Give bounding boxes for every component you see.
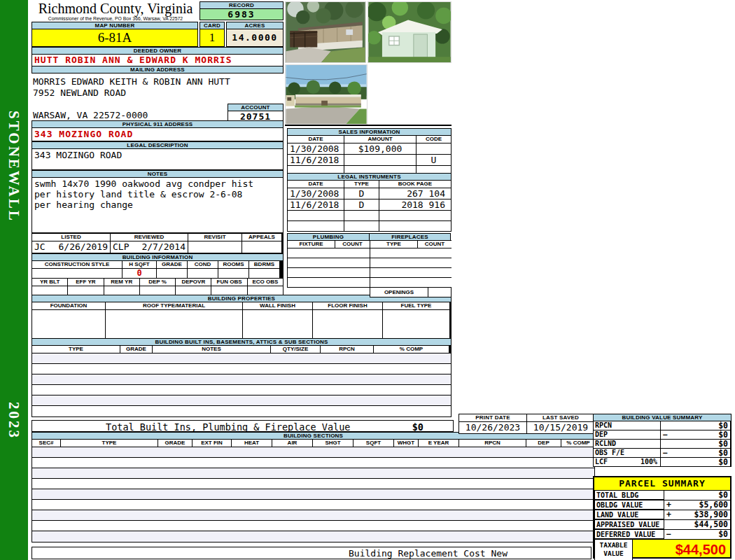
sale-code [416, 144, 451, 154]
fuel-type-header: FUEL TYPE [383, 302, 449, 309]
sec-grade-header: GRADE [158, 440, 192, 447]
grade-value [157, 269, 187, 278]
sale-date: 1/30/2008 [288, 144, 344, 154]
sales-date-header: DATE [288, 136, 344, 143]
legal-instruments-section: LEGAL INSTRUMENTS DATE TYPE BOOK PAGE 1/… [287, 173, 451, 232]
foundation-value [32, 310, 105, 338]
map-number-label: MAP NUMBER [31, 22, 198, 29]
sec-comp-header: % COMP [561, 440, 595, 447]
commissioner-line: Commissioner of the Revenue, PO Box 366,… [31, 16, 200, 21]
replacement-cost-label: Building Replacement Cost New [349, 548, 507, 559]
sec-header: SEC# [32, 440, 60, 447]
mailing-line-3: WARSAW, VA 22572-0000 [33, 110, 148, 120]
empty-row [288, 268, 370, 277]
foundation-header: FOUNDATION [32, 302, 105, 309]
empty-row [288, 221, 344, 231]
roof-header: ROOF TYPE/MATERIAL [106, 302, 242, 309]
builtins-notes-header: NOTES [153, 346, 270, 353]
parcel-value: $44,500 [664, 520, 730, 529]
property-photos [285, 1, 451, 125]
parcel-value: $5,600 [664, 500, 730, 510]
floor-finish-value [313, 310, 382, 338]
bvs-sign: − [663, 430, 668, 439]
appeals-value [242, 241, 281, 253]
ecoobs-header: ECO OBS [248, 279, 283, 286]
remyr-header: REM YR [104, 279, 139, 286]
reviewed-by: CLP [113, 241, 129, 253]
builtins-comp-header: % COMP [374, 346, 449, 353]
empty-row [32, 406, 451, 416]
hsqft-header: H SQFT [122, 261, 156, 268]
building-properties-section: BUILDING PROPERTIES FOUNDATION ROOF TYPE… [31, 295, 451, 339]
acres-label: ACRES [226, 22, 284, 29]
card-value: 1 [200, 29, 225, 47]
built-ins-total-label: Total Built Ins, Plumbing & Fireplace Va… [106, 421, 351, 433]
instrument-book-page: 2018 916 [379, 200, 451, 210]
built-ins-rows [31, 354, 451, 417]
bvs-sign: − [663, 449, 668, 457]
taxable-value-amount: $44,500 [633, 540, 730, 560]
reviewed-header: REVIEWED [111, 234, 188, 241]
building-sections-section: BUILDING SECTIONS SEC# TYPE GRADE EXT FI… [31, 432, 595, 542]
hsqft-value: 0 [122, 269, 156, 278]
sec-type-header: TYPE [61, 440, 158, 447]
instrument-book-page: 267 104 [379, 188, 451, 199]
plumbing-title: PLUMBING [287, 233, 370, 241]
legal-description-value: 343 MOZINGO ROAD [31, 149, 284, 170]
bvs-value: $0 [661, 458, 730, 466]
sales-information-section: SALES INFORMATION DATE AMOUNT CODE 1/30/… [287, 128, 451, 176]
bvs-value: $0 [661, 421, 730, 430]
property-record-card: STONEWALL 2023 Richmond County, Virginia… [0, 0, 735, 560]
sale-amount: $109,000 [344, 144, 416, 154]
fireplaces-title: FIREPLACES [369, 233, 451, 241]
fuel-type-value [383, 310, 449, 338]
parcel-sign: − [666, 530, 671, 538]
account-label: ACCOUNT [227, 104, 284, 111]
sec-air-header: AIR [272, 440, 312, 447]
record-label: RECORD [200, 1, 284, 9]
physical-address-section: PHYSICAL 911 ADDRESS 343 MOZINGO ROAD [31, 120, 284, 141]
revisit-value [188, 241, 241, 253]
empty-row [32, 500, 594, 510]
roof-value [106, 310, 242, 338]
parcel-row-label: OBLDG VALUE [595, 500, 664, 509]
built-ins-section: BUILDING BUILT INS, BASEMENTS, ATTICS & … [31, 338, 451, 417]
sec-heat-header: HEAT [232, 440, 272, 447]
building-information-section: BUILDING INFORMATION CONSTRUCTION STYLE … [31, 253, 284, 298]
bvs-row-label: OBS F/E [594, 449, 660, 457]
physical-address-value: 343 MOZINGO ROAD [31, 128, 284, 141]
deeded-owner-label: DEEDED OWNER [31, 47, 284, 55]
empty-row [379, 221, 451, 231]
cond-header: COND [188, 261, 218, 268]
sale-date: 11/6/2018 [288, 155, 344, 165]
notes-line-1: swmh 14x70 1990 oakwood avg condper hist [34, 178, 283, 189]
notes-line-2: per history land title & escrow 2-6-08 [34, 189, 283, 200]
photo-divider [285, 125, 451, 126]
rooms-value [218, 269, 248, 278]
sec-shgt-header: SHGT [313, 440, 353, 447]
parcel-row-label: TOTAL BLDG VALUE [595, 491, 664, 499]
empty-row [288, 211, 344, 220]
mailing-line-2: 7952 NEWLAND ROAD [33, 88, 126, 98]
legal-description-section: LEGAL DESCRIPTION 343 MOZINGO ROAD [31, 141, 284, 170]
parcel-summary-section: PARCEL SUMMARY TOTAL BLDG VALUE $0 OBLDG… [593, 476, 732, 559]
sec-rpcn-header: RPCN [459, 440, 526, 447]
instrument-type: D [344, 188, 379, 199]
sec-extfin-header: EXT FIN [192, 440, 231, 447]
bvs-lcf-pct: 100% [640, 458, 657, 466]
sec-sqft-header: SQFT [354, 440, 393, 447]
sale-code: U [416, 155, 451, 165]
replacement-cost-row: Building Replacement Cost New [31, 547, 592, 559]
empty-row [32, 510, 594, 521]
print-date-label: PRINT DATE [459, 414, 526, 421]
yrblt-header: YR BLT [32, 279, 67, 286]
parcel-summary-title: PARCEL SUMMARY [594, 477, 730, 490]
builtins-rpcn-header: RPCN [321, 346, 373, 353]
bvs-value: $0 [661, 430, 730, 439]
empty-row [288, 258, 370, 267]
parcel-value: $0 [664, 530, 730, 539]
construction-style-value [32, 269, 122, 278]
empty-row [32, 354, 451, 364]
openings-label: OPENINGS [370, 288, 428, 298]
plumbing-fireplaces-section: PLUMBING FIREPLACES FIXTURE COUNT TYPE C… [287, 233, 451, 298]
